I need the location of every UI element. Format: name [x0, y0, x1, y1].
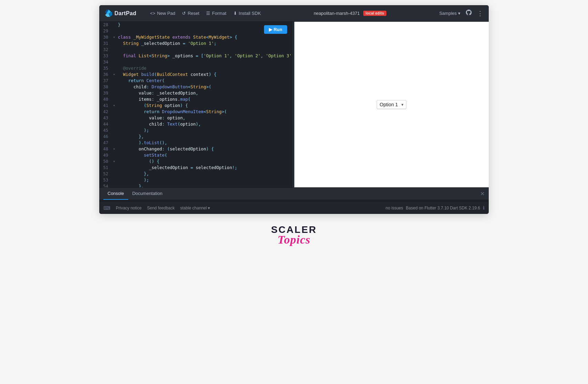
- new-pad-icon: <>: [150, 11, 155, 16]
- samples-button[interactable]: Samples ▾: [439, 11, 460, 16]
- channel-chevron-icon: ▾: [208, 206, 210, 210]
- code-area[interactable]: 28 } 29 30 ▾ class _MyWidgetState extend…: [99, 22, 292, 187]
- console-close-button[interactable]: ✕: [480, 190, 485, 197]
- more-options-icon[interactable]: ⋮: [477, 10, 483, 17]
- code-line: 37 return Center(: [99, 78, 292, 84]
- code-line: 30 ▾ class _MyWidgetState extends State<…: [99, 34, 292, 40]
- code-line: 41 ▾ (String option) {: [99, 102, 292, 109]
- topbar-left: DartPad: [105, 10, 136, 17]
- code-line: 53 );: [99, 177, 292, 183]
- code-line: 31 String _selectedOption = 'Option 1';: [99, 40, 292, 47]
- topbar: DartPad <> New Pad ↺ Reset ☰ Format ⬇ In…: [99, 5, 489, 22]
- topbar-right: Samples ▾ ⋮: [439, 9, 483, 18]
- tab-documentation[interactable]: Documentation: [128, 188, 166, 200]
- no-issues-status: no issues: [386, 206, 403, 210]
- run-btn-container: ▶ Run: [264, 25, 287, 34]
- code-line: 48 ▾ onChanged: (selectedOption) {: [99, 146, 292, 152]
- code-line: 47 ).toList(),: [99, 140, 292, 146]
- flutter-sdk-info: Based on Flutter 3.7.10 Dart SDK 2.19.6: [406, 206, 480, 210]
- code-line: 40 items: _options.map(: [99, 96, 292, 102]
- code-line: 42 return DropdownMenuItem<String>(: [99, 109, 292, 115]
- code-line: 34: [99, 59, 292, 65]
- run-button[interactable]: ▶ Run: [264, 25, 287, 34]
- code-line: 54 },: [99, 183, 292, 187]
- code-line: 51 _selectedOption = selectedOption!;: [99, 165, 292, 171]
- dartpad-app: DartPad <> New Pad ↺ Reset ☰ Format ⬇ In…: [99, 5, 489, 214]
- keyboard-icon: ⌨: [103, 205, 110, 211]
- dart-logo-icon: [105, 10, 112, 17]
- code-line: 43 value: option,: [99, 115, 292, 121]
- dartpad-title: DartPad: [114, 10, 136, 17]
- preview-panel: Option 1: [294, 22, 489, 187]
- format-icon: ☰: [206, 11, 210, 16]
- info-icon[interactable]: ℹ: [483, 205, 485, 210]
- scaler-watermark: SCALER Topics: [271, 224, 317, 246]
- format-button[interactable]: ☰ Format: [206, 11, 226, 16]
- code-line: 35 @override: [99, 65, 292, 71]
- code-line: 32: [99, 47, 292, 53]
- code-line: 39 value: _selectedOption,: [99, 90, 292, 96]
- footer: ⌨ Privacy notice Send feedback stable ch…: [99, 201, 489, 214]
- dropdown-value: Option 1: [380, 102, 398, 107]
- code-line: 49 setState(: [99, 152, 292, 158]
- reset-icon: ↺: [182, 11, 186, 16]
- chevron-down-icon: ▾: [458, 11, 460, 16]
- local-edits-badge: local edits: [363, 11, 386, 16]
- dropdown-widget[interactable]: Option 1: [377, 100, 407, 109]
- send-feedback-link[interactable]: Send feedback: [147, 206, 175, 210]
- code-line: 38 child: DropdownButton<String>(: [99, 84, 292, 90]
- privacy-notice-link[interactable]: Privacy notice: [116, 206, 142, 210]
- topbar-center: neapolitan-marsh-4371 local edits: [261, 11, 439, 16]
- code-line: 50 ▾ () {: [99, 158, 292, 165]
- console-tabs: Console Documentation ✕: [99, 188, 489, 200]
- tab-console[interactable]: Console: [103, 188, 128, 200]
- topbar-actions: <> New Pad ↺ Reset ☰ Format ⬇ Install SD…: [150, 11, 261, 16]
- footer-right: no issues Based on Flutter 3.7.10 Dart S…: [386, 205, 485, 210]
- reset-button[interactable]: ↺ Reset: [182, 11, 199, 16]
- install-sdk-button[interactable]: ⬇ Install SDK: [233, 11, 261, 16]
- topics-text: Topics: [277, 233, 310, 246]
- install-icon: ⬇: [233, 11, 237, 16]
- github-icon[interactable]: [465, 9, 472, 18]
- code-line: 33 final List<String> _options = ['Optio…: [99, 53, 292, 59]
- code-line: 36 ▾ Widget build(BuildContext context) …: [99, 71, 292, 78]
- code-line: 28 }: [99, 22, 292, 28]
- scaler-topics-logo: SCALER Topics: [271, 224, 317, 246]
- main-content: ▶ Run 28 } 29 30 ▾ c: [99, 22, 489, 187]
- pad-id: neapolitan-marsh-4371: [314, 11, 360, 16]
- channel-label: stable channel: [180, 206, 207, 210]
- bottom-panel: Console Documentation ✕: [99, 187, 489, 201]
- editor-panel: ▶ Run 28 } 29 30 ▾ c: [99, 22, 292, 187]
- code-line: 45 );: [99, 127, 292, 134]
- code-line: 44 child: Text(option),: [99, 121, 292, 127]
- new-pad-button[interactable]: <> New Pad: [150, 11, 175, 16]
- code-line: 46 },: [99, 134, 292, 140]
- code-line: 52 },: [99, 171, 292, 177]
- channel-select[interactable]: stable channel ▾: [180, 206, 210, 210]
- code-line: 29: [99, 28, 292, 34]
